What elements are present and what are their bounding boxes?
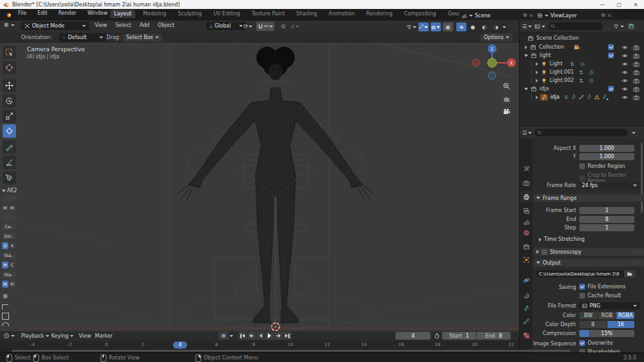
new-view-layer-icon[interactable]: ⧉ [602, 12, 606, 19]
menu-window[interactable]: Window [86, 10, 109, 16]
stopwatch-icon[interactable] [434, 333, 440, 339]
mode-dropdown[interactable]: Object Mode [21, 22, 89, 30]
collection-exclude-checkbox[interactable] [608, 86, 614, 92]
ae2-button-sta-2[interactable]: Sta.. [2, 271, 16, 278]
gizmo-neg-z[interactable] [488, 72, 496, 79]
proportional-falloff-dropdown[interactable]: ∧ [290, 22, 300, 31]
menu-select[interactable]: Select [115, 22, 131, 28]
scrollbar-thumb[interactable] [12, 350, 570, 352]
disclosure-icon[interactable] [536, 95, 538, 99]
browse-folder-button[interactable] [624, 270, 635, 277]
tool-cursor[interactable] [3, 61, 16, 74]
ae2-corner-icon[interactable] [2, 304, 8, 309]
section-output[interactable]: Output :::: [534, 259, 644, 267]
remove-view-layer-icon[interactable]: ✕ [607, 13, 611, 19]
disclosure-icon[interactable] [525, 45, 527, 49]
prev-keyframe-button[interactable] [247, 332, 256, 340]
hide-eye-toggle[interactable] [620, 76, 629, 85]
aspect-x-field[interactable]: 1.000 [579, 145, 634, 152]
ae2-square-icon[interactable] [2, 313, 9, 320]
options-dropdown[interactable]: Options [481, 33, 513, 42]
ae2-button-m1[interactable]: M [2, 204, 8, 211]
render-visibility-toggle[interactable] [632, 76, 640, 85]
tab-object[interactable] [520, 254, 533, 265]
render-region-checkbox[interactable] [579, 163, 585, 169]
file-extensions-checkbox[interactable] [579, 284, 585, 290]
workspace-tab-sculpting[interactable]: Sculpting [174, 10, 206, 18]
menu-keying[interactable]: Keying [51, 333, 74, 339]
menu-view[interactable]: View [95, 22, 107, 28]
depth-16-button[interactable]: 16 [607, 321, 635, 328]
color-rgba-button[interactable]: RGBA [616, 312, 634, 319]
shading-rendered-button[interactable]: ◑ [491, 22, 501, 31]
workspace-tab-uv-editing[interactable]: UV Editing [210, 10, 244, 18]
menu-playback[interactable]: Playback [21, 333, 49, 339]
drag-handle-icon[interactable]: :::: [633, 260, 641, 265]
ae2-button-sta-1[interactable]: Sta.. [2, 252, 16, 259]
tab-texture[interactable] [520, 329, 533, 341]
ae2-grid-icon[interactable] [2, 293, 18, 300]
proportional-editing-toggle[interactable]: ⊙ [278, 22, 288, 31]
jump-to-start-button[interactable] [238, 332, 247, 340]
play-reverse-button[interactable] [256, 332, 265, 340]
timeline-editor-type-button[interactable] [3, 333, 15, 339]
menu-marker[interactable]: Marker [95, 333, 113, 339]
render-visibility-toggle[interactable] [632, 93, 640, 101]
ae2-panel-header[interactable]: AE2 [2, 188, 18, 193]
outliner-row-scene-collection[interactable]: Scene Collection [520, 34, 644, 42]
tab-scene[interactable] [520, 216, 533, 227]
ae2-button-blank-2[interactable] [2, 213, 16, 220]
tool-measure[interactable] [3, 156, 16, 169]
hide-eye-toggle[interactable] [620, 85, 629, 93]
tool-move[interactable] [3, 79, 16, 92]
pan-button[interactable] [501, 94, 513, 105]
jump-to-end-button[interactable] [283, 332, 292, 340]
section-stereoscopy[interactable]: Stereoscopy :::: [534, 248, 644, 256]
outliner-row-collection[interactable]: Collection [520, 43, 644, 51]
tab-object-data[interactable] [520, 302, 533, 314]
frame-rate-dropdown[interactable]: 24 fps [579, 182, 640, 189]
hide-eye-toggle[interactable] [620, 51, 629, 60]
properties-editor-type-button[interactable]: ☲ [522, 130, 532, 136]
tab-output[interactable] [520, 191, 533, 202]
outliner-editor-type-button[interactable]: ☰ [522, 24, 532, 29]
tool-annotate[interactable] [3, 140, 16, 154]
tab-view-layer[interactable] [520, 205, 533, 217]
gizmo-neg-x[interactable] [472, 59, 480, 67]
section-frame-range[interactable]: Frame Range :::: [534, 194, 644, 202]
render-visibility-toggle[interactable] [632, 60, 640, 68]
ae2-button-m4[interactable]: M [2, 281, 8, 288]
disclosure-icon[interactable] [536, 79, 538, 83]
minimize-button[interactable]: — [594, 0, 611, 9]
snap-toggle[interactable]: ⊷ [256, 22, 274, 31]
frame-start-field[interactable]: Start 1 [442, 332, 476, 340]
tool-select-box[interactable] [3, 45, 16, 59]
outliner-filter-button[interactable] [613, 24, 624, 29]
show-overlays-toggle[interactable]: ◍ [431, 22, 441, 31]
workspace-tab-shading[interactable]: Shading [292, 10, 321, 18]
ae2-button-m2[interactable]: M [9, 204, 15, 211]
shading-material-button[interactable]: ◐ [479, 22, 490, 31]
next-keyframe-button[interactable] [274, 332, 283, 340]
collection-exclude-checkbox[interactable] [608, 53, 614, 58]
workspace-tab-modeling[interactable]: Modeling [139, 10, 170, 18]
ae2-button-m3[interactable]: M [2, 261, 8, 268]
orientation-default-dropdown[interactable]: ⁘ Default [59, 33, 106, 42]
output-path-field[interactable]: C:\Users\soila\Desktop\ai hmam 2\9 [536, 270, 626, 277]
close-button[interactable]: ✕ [627, 0, 644, 9]
outliner-display-mode-button[interactable] [534, 24, 545, 29]
zoom-button[interactable] [501, 81, 513, 92]
overwrite-checkbox[interactable] [579, 340, 585, 346]
compression-slider[interactable]: 15% [579, 330, 634, 337]
ae2-button-o[interactable]: O [2, 242, 8, 249]
menu-view[interactable]: View [79, 333, 91, 339]
outliner-row-light[interactable]: │ Light [520, 60, 644, 68]
disclosure-icon[interactable] [524, 88, 528, 90]
collection-exclude-checkbox[interactable] [608, 44, 614, 50]
menu-add[interactable]: Add [140, 22, 150, 28]
menu-render[interactable]: Render [57, 10, 78, 16]
file-format-dropdown[interactable]: PNG [579, 302, 640, 309]
outliner-row-light-001[interactable]: │ Light.001 [520, 68, 644, 76]
maximize-button[interactable]: ▢ [611, 0, 627, 9]
menu-object[interactable]: Object [158, 22, 174, 28]
